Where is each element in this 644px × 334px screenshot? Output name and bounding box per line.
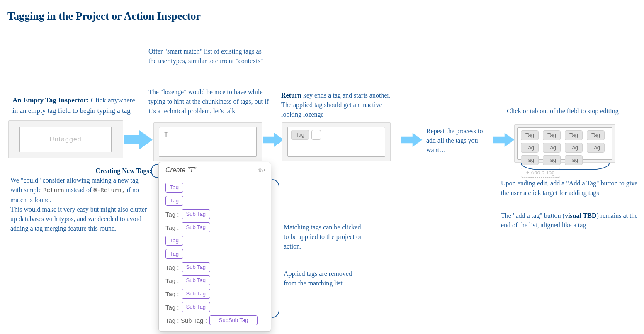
- applied-tag-lozenge[interactable]: Tag: [587, 143, 605, 153]
- tag-path-prefix: Tag :: [165, 290, 179, 297]
- popover-list: TagTagTag :Sub TagTag :Sub TagTagTagTag …: [159, 178, 271, 331]
- text-caret-icon: [316, 133, 316, 138]
- applied-tag-lozenge[interactable]: Tag: [543, 130, 561, 140]
- applied-tag-lozenge[interactable]: Tag: [291, 130, 309, 140]
- tag-lozenge: Tag: [165, 249, 183, 259]
- applied-tag-lozenge[interactable]: Tag: [521, 143, 539, 153]
- step5-below-a: Upon ending edit, add a "Add a Tag" butt…: [501, 178, 638, 197]
- step1-placeholder: Untagged: [20, 136, 111, 143]
- popover-side-note-b: Applied tags are removed from the matchi…: [284, 269, 362, 288]
- step1-panel: Untagged: [8, 120, 123, 158]
- tag-path-prefix: Tag : Sub Tag :: [165, 317, 207, 324]
- brace-down-icon: [521, 163, 610, 170]
- svg-marker-3: [493, 133, 515, 147]
- svg-marker-2: [401, 133, 423, 147]
- step2-tag-field[interactable]: T: [159, 127, 257, 157]
- brace-left-icon: [151, 164, 158, 178]
- popover-match-row[interactable]: Tag: [163, 247, 267, 261]
- tag-lozenge: Tag: [165, 236, 183, 246]
- text-caret-icon: [169, 132, 169, 138]
- subsubtag-lozenge: SubSub Tag: [209, 315, 258, 325]
- step4-note: Repeat the process to add all the tags y…: [426, 126, 493, 155]
- popover-match-row[interactable]: Tag: [163, 194, 267, 207]
- diagram-canvas: Tagging in the Project or Action Inspect…: [0, 0, 644, 334]
- applied-tag-lozenge[interactable]: Tag: [543, 143, 561, 153]
- popover-match-row[interactable]: Tag :Sub Tag: [163, 274, 267, 287]
- brace-right-icon: [272, 179, 279, 318]
- subtag-lozenge: Sub Tag: [182, 262, 210, 272]
- step2-typed-text: T: [164, 131, 169, 139]
- tag-lozenge: Tag: [165, 183, 183, 193]
- page-title: Tagging in the Project or Action Inspect…: [7, 10, 201, 22]
- popover-match-row[interactable]: Tag : Sub Tag :SubSub Tag: [163, 314, 267, 327]
- step5-note-top: Click or tab out of the field to stop ed…: [507, 106, 639, 116]
- step5-tag-field[interactable]: TagTagTagTagTagTagTagTagTagTagTag+ Add a…: [517, 127, 612, 160]
- step3-panel: Tag: [282, 122, 391, 161]
- popover-match-row[interactable]: Tag :Sub Tag: [163, 221, 267, 234]
- arrow-icon: [124, 129, 153, 150]
- step5-panel: TagTagTagTagTagTagTagTagTagTagTag+ Add a…: [514, 124, 615, 163]
- popover-match-row[interactable]: Tag :Sub Tag: [163, 287, 267, 300]
- applied-tag-lozenge[interactable]: Tag: [565, 143, 583, 153]
- subtag-lozenge: Sub Tag: [182, 222, 210, 232]
- step3-note: Return key ends a tag and starts another…: [281, 90, 401, 119]
- popover-create-label: Create "T": [165, 166, 196, 174]
- new-tag-lozenge[interactable]: [311, 130, 321, 140]
- smartmatch-popover: Create "T" ⌘↩ TagTagTag :Sub TagTag :Sub…: [158, 162, 271, 332]
- tag-path-prefix: Tag :: [165, 264, 179, 271]
- applied-tag-lozenge[interactable]: Tag: [565, 130, 583, 140]
- subtag-lozenge: Sub Tag: [182, 275, 210, 285]
- tag-path-prefix: Tag :: [165, 277, 179, 284]
- step2-note-top: Offer "smart match" list of existing tag…: [148, 46, 265, 66]
- tag-lozenge: Tag: [165, 196, 183, 206]
- keycap-cmd-return: ⌘-Return,: [93, 187, 125, 193]
- step1-tag-field[interactable]: Untagged: [19, 127, 112, 152]
- arrow-icon: [401, 129, 423, 150]
- creating-heading: Creating New Tags:: [95, 167, 151, 174]
- svg-marker-1: [263, 133, 284, 147]
- arrow-icon: [263, 129, 284, 150]
- step5-below-b: The "add a tag" button (visual TBD) rema…: [501, 211, 638, 230]
- subtag-lozenge: Sub Tag: [182, 289, 210, 299]
- applied-tag-lozenge[interactable]: Tag: [521, 130, 539, 140]
- step2-panel: T: [153, 122, 262, 161]
- tag-path-prefix: Tag :: [165, 211, 179, 218]
- popover-match-row[interactable]: Tag :Sub Tag: [163, 300, 267, 314]
- popover-match-row[interactable]: Tag :Sub Tag: [163, 207, 267, 221]
- popover-match-row[interactable]: Tag: [163, 181, 267, 194]
- creating-note: Creating New Tags: We "could" consider a…: [10, 166, 151, 233]
- tag-path-prefix: Tag :: [165, 304, 179, 311]
- popover-side-note-a: Matching tags can be clicked to be appli…: [284, 222, 362, 251]
- step3-field-inner: Tag: [291, 130, 321, 140]
- arrow-icon: [493, 129, 515, 150]
- applied-tag-lozenge[interactable]: Tag: [587, 130, 605, 140]
- popover-shortcut: ⌘↩: [258, 167, 265, 173]
- subtag-lozenge: Sub Tag: [182, 302, 210, 312]
- tag-path-prefix: Tag :: [165, 224, 179, 231]
- step1-note: An Empty Tag Inspector: Click anywhere i…: [12, 95, 137, 116]
- keycap-return: Return: [43, 187, 64, 193]
- step2-note-mid: The "lozenge" would be nice to have whil…: [148, 87, 273, 116]
- subtag-lozenge: Sub Tag: [182, 209, 210, 219]
- step3-note-bold: Return: [281, 92, 301, 99]
- popover-create-row[interactable]: Create "T" ⌘↩: [159, 162, 271, 178]
- step1-heading: An Empty Tag Inspector:: [12, 96, 89, 104]
- popover-match-row[interactable]: Tag: [163, 234, 267, 247]
- step3-tag-field[interactable]: Tag: [287, 127, 385, 157]
- step5-tagwrap: TagTagTagTagTagTagTagTagTagTagTag+ Add a…: [521, 130, 609, 178]
- svg-marker-0: [124, 130, 153, 149]
- popover-match-row[interactable]: Tag :Sub Tag: [163, 261, 267, 274]
